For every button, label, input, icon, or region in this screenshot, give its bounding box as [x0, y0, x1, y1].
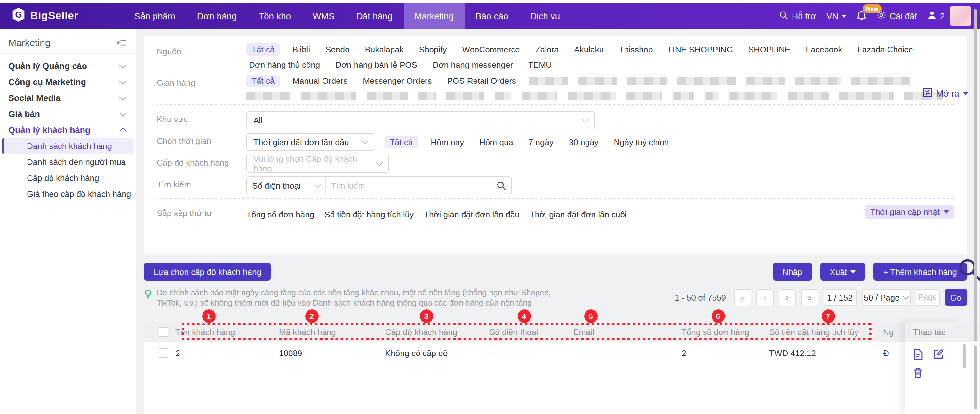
- sidebar-section[interactable]: Công cụ Marketing: [0, 74, 136, 90]
- sidebar-section[interactable]: Quản lý khách hàng: [0, 122, 136, 138]
- import-button[interactable]: Nhập: [773, 263, 812, 281]
- page-jump-input[interactable]: [915, 289, 940, 306]
- time-range-option[interactable]: Hôm qua: [477, 136, 516, 148]
- user-menu[interactable]: 2: [927, 6, 971, 25]
- redacted-store-name[interactable]: [839, 92, 894, 100]
- edit-icon[interactable]: [933, 349, 943, 360]
- filter-option[interactable]: Lazada Choice: [855, 43, 915, 56]
- redacted-store-name[interactable]: [746, 77, 785, 85]
- redacted-store-name[interactable]: [522, 92, 557, 100]
- first-page-button[interactable]: «: [733, 289, 751, 306]
- delete-icon[interactable]: [913, 368, 923, 378]
- go-button[interactable]: Go: [945, 289, 967, 306]
- sidebar-section[interactable]: Giá bán: [0, 106, 136, 122]
- redacted-store-name[interactable]: [627, 77, 667, 85]
- sort-option-selected[interactable]: Thời gian cập nhật: [865, 205, 954, 219]
- time-type-select[interactable]: Thời gian đặt đơn lần đầu: [247, 133, 374, 151]
- redacted-store-name[interactable]: [579, 77, 617, 85]
- redacted-store-name[interactable]: [851, 77, 910, 85]
- sidebar-section[interactable]: Quản lý Quảng cáo: [0, 58, 136, 74]
- sidebar-subitem[interactable]: Cấp độ khách hàng: [2, 170, 134, 186]
- search-type-select[interactable]: Số điện thoại: [247, 177, 326, 194]
- nav-item[interactable]: Tồn kho: [248, 3, 302, 29]
- redacted-store-name[interactable]: [568, 92, 616, 100]
- filter-option[interactable]: TEMU: [526, 59, 554, 71]
- nav-item[interactable]: Marketing: [404, 3, 465, 29]
- filter-option[interactable]: Shopify: [417, 43, 450, 56]
- page-size-select[interactable]: 50 / Page: [862, 289, 910, 306]
- filter-option[interactable]: Akulaku: [571, 43, 606, 56]
- redacted-store-name[interactable]: [446, 92, 484, 100]
- redacted-store-name[interactable]: [367, 92, 407, 100]
- sidebar-collapse-icon[interactable]: [116, 38, 127, 47]
- sort-option[interactable]: Thời gian đặt đơn lần cuối: [530, 209, 627, 219]
- sort-option[interactable]: Số tiền đặt hàng tích lũy: [325, 209, 414, 219]
- filter-option[interactable]: Bukalapak: [362, 43, 406, 56]
- filter-option-selected[interactable]: Tất cả: [247, 75, 280, 87]
- table-scrollbar[interactable]: [963, 344, 966, 368]
- redacted-store-name[interactable]: [677, 77, 736, 85]
- filter-option[interactable]: POS Retail Orders: [445, 75, 519, 87]
- time-range-selected[interactable]: Tất cả: [385, 136, 418, 148]
- export-button[interactable]: Xuất: [820, 263, 865, 281]
- filter-option[interactable]: Đơn hàng thủ công: [247, 59, 323, 71]
- customer-level-select[interactable]: Vui lòng chọn Cấp độ khách hàng: [247, 155, 389, 173]
- sidebar-subitem[interactable]: Danh sách khách hàng: [2, 138, 134, 154]
- filter-option[interactable]: WooCommerce: [460, 43, 522, 56]
- nav-item[interactable]: Đơn hàng: [186, 3, 248, 29]
- redacted-store-name[interactable]: [627, 92, 662, 100]
- filter-option[interactable]: Manual Orders: [290, 75, 350, 87]
- filter-option[interactable]: Đơn hàng bán lẻ POS: [333, 59, 420, 71]
- filter-option[interactable]: Đơn hàng messenger: [430, 59, 515, 71]
- filter-option[interactable]: Blibli: [290, 43, 313, 56]
- last-page-button[interactable]: »: [801, 289, 818, 306]
- search-input[interactable]: [326, 181, 496, 190]
- add-customer-button[interactable]: + Thêm khách hàng: [874, 263, 967, 281]
- filter-option[interactable]: Zalora: [533, 43, 562, 56]
- filter-option[interactable]: Facebook: [803, 43, 845, 56]
- detail-document-icon[interactable]: [913, 349, 923, 360]
- nav-item[interactable]: Sản phẩm: [124, 3, 186, 29]
- redacted-store-name[interactable]: [729, 92, 778, 100]
- sort-option[interactable]: Thời gian đặt đơn lần đầu: [424, 209, 520, 219]
- select-all-checkbox[interactable]: [159, 327, 168, 336]
- sort-option[interactable]: Tổng số đơn hàng: [247, 209, 314, 219]
- filter-option-selected[interactable]: Tất cả: [247, 43, 280, 56]
- sidebar-subitem[interactable]: Giá theo cấp độ khách hàng: [2, 186, 134, 202]
- row-checkbox[interactable]: [159, 349, 168, 358]
- page-scrollbar[interactable]: [974, 9, 977, 341]
- time-range-option[interactable]: Hôm nay: [428, 136, 466, 148]
- time-range-option[interactable]: 7 ngày: [526, 136, 556, 148]
- sidebar-subitem[interactable]: Danh sách đen người mua: [2, 154, 134, 170]
- nav-item[interactable]: Đặt hàng: [345, 3, 404, 29]
- prev-page-button[interactable]: ‹: [756, 289, 773, 306]
- settings-link[interactable]: Cài đặt: [877, 10, 917, 22]
- redacted-store-name[interactable]: [795, 77, 841, 85]
- language-selector[interactable]: VN: [826, 11, 847, 21]
- time-range-option[interactable]: 30 ngày: [566, 136, 601, 148]
- redacted-store-name[interactable]: [788, 92, 829, 100]
- search-icon[interactable]: [496, 181, 506, 190]
- time-range-option[interactable]: Ngày tuỳ chỉnh: [611, 136, 671, 148]
- redacted-store-name[interactable]: [705, 92, 719, 100]
- filter-option[interactable]: Messenger Orders: [360, 75, 434, 87]
- nav-item[interactable]: Báo cáo: [465, 3, 519, 29]
- brand-logo[interactable]: G BigSeller: [11, 3, 124, 29]
- filter-option[interactable]: LINE SHOPPING: [665, 43, 735, 56]
- help-link[interactable]: Hỗ trợ: [780, 11, 816, 21]
- redacted-store-name[interactable]: [301, 92, 356, 100]
- filter-option[interactable]: Sendo: [323, 43, 352, 56]
- expand-control[interactable]: Mở ra: [923, 87, 968, 99]
- next-page-button[interactable]: ›: [778, 289, 796, 306]
- filter-option[interactable]: SHOPLINE: [746, 43, 793, 56]
- redacted-store-name[interactable]: [418, 92, 436, 100]
- select-level-button[interactable]: Lựa chọn cấp độ khách hàng: [144, 263, 271, 281]
- redacted-store-name[interactable]: [495, 92, 511, 100]
- redacted-store-name[interactable]: [529, 77, 568, 85]
- notifications-bell[interactable]: New: [857, 10, 866, 22]
- filter-option[interactable]: Thisshop: [617, 43, 655, 56]
- page-scrollbar-lower[interactable]: [974, 345, 977, 409]
- sidebar-section[interactable]: Social Media: [0, 90, 136, 106]
- redacted-store-name[interactable]: [247, 92, 291, 100]
- nav-item[interactable]: WMS: [302, 3, 345, 29]
